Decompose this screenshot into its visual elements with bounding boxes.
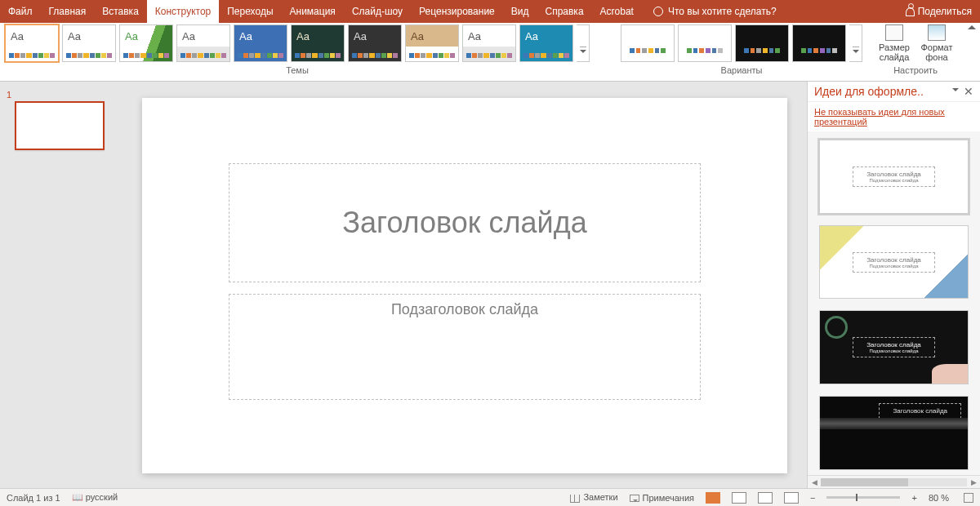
scroll-right-arrow[interactable]: ▶ [967, 478, 980, 486]
format-background-button[interactable]: Формат фона [916, 24, 957, 62]
lightbulb-icon [653, 7, 663, 16]
theme-thumb-9[interactable]: Aa [519, 24, 573, 62]
status-slide-indicator: Слайд 1 из 1 [7, 493, 60, 503]
design-ideas-panel: Идеи для оформле.. ✕ Не показывать идеи … [807, 82, 980, 488]
slide[interactable]: Заголовок слайда Подзаголовок слайда [142, 98, 787, 473]
slide-thumbnail-1[interactable] [15, 101, 105, 150]
variants-more-button[interactable] [849, 24, 862, 62]
status-language[interactable]: 📖 русский [72, 492, 118, 503]
themes-label: Темы [5, 62, 590, 75]
menu-tab-справка[interactable]: Справка [537, 0, 591, 23]
variant-thumb-1[interactable] [678, 24, 732, 62]
menu-bar: ФайлГлавнаяВставкаКонструкторПереходыАни… [0, 0, 980, 23]
variant-thumb-3[interactable] [792, 24, 846, 62]
menu-tab-вставка[interactable]: Вставка [94, 0, 147, 23]
slide-number-label: 1 [7, 90, 116, 100]
theme-thumb-3[interactable]: Aa [176, 24, 230, 62]
zoom-out-button[interactable]: − [810, 493, 815, 503]
themes-more-button[interactable] [577, 24, 590, 62]
menu-tab-слайд-шоу[interactable]: Слайд-шоу [344, 0, 411, 23]
menu-tab-вид[interactable]: Вид [503, 0, 537, 23]
status-bar: Слайд 1 из 1 📖 русский Заметки Примечани… [0, 488, 980, 506]
slide-size-icon [885, 24, 903, 41]
theme-thumb-5[interactable]: Aa [291, 24, 345, 62]
theme-thumb-4[interactable]: Aa [234, 24, 287, 62]
variant-thumb-2[interactable] [735, 24, 789, 62]
slide-size-button[interactable]: Размер слайда [874, 24, 915, 62]
menu-tab-файл[interactable]: Файл [0, 0, 41, 23]
slide-canvas-area: Заголовок слайда Подзаголовок слайда [122, 82, 807, 488]
themes-group: AaAaAaAaAaAaAaAaAaAa Темы [0, 23, 590, 75]
fit-to-window-button[interactable] [964, 493, 973, 503]
zoom-in-button[interactable]: + [911, 493, 916, 503]
scroll-left-arrow[interactable]: ◀ [808, 478, 821, 486]
scroll-track[interactable] [821, 478, 967, 486]
chevron-up-icon [968, 21, 976, 29]
editor-body: 1 Заголовок слайда Подзаголовок слайда И… [0, 82, 980, 488]
collapse-ribbon-button[interactable] [964, 23, 980, 36]
theme-thumb-6[interactable]: Aa [348, 24, 402, 62]
subtitle-placeholder[interactable]: Подзаголовок слайда [229, 294, 701, 400]
ribbon: AaAaAaAaAaAaAaAaAaAa Темы Варианты Разме… [0, 23, 980, 82]
menu-tab-анимация[interactable]: Анимация [282, 0, 344, 23]
slide-thumbnails-panel[interactable]: 1 [0, 82, 122, 488]
variant-thumb-0[interactable] [621, 24, 675, 62]
design-idea-3[interactable]: Заголовок слайда [819, 396, 969, 470]
chevron-down-icon [853, 50, 859, 56]
menu-tab-переходы[interactable]: Переходы [219, 0, 281, 23]
variants-group: Варианты [616, 23, 867, 75]
notes-icon [570, 495, 580, 503]
tell-me-input[interactable]: Что вы хотите сделать? [645, 0, 785, 23]
design-ideas-title: Идеи для оформле.. [814, 85, 947, 98]
design-ideas-header: Идеи для оформле.. ✕ [808, 82, 980, 102]
variants-label: Варианты [621, 62, 862, 75]
zoom-level[interactable]: 80 % [929, 493, 949, 503]
menu-tab-acrobat[interactable]: Acrobat [592, 0, 642, 23]
menu-tab-главная[interactable]: Главная [41, 0, 95, 23]
design-ideas-list[interactable]: Заголовок слайдаПодзаголовок слайдаЗагол… [808, 131, 980, 475]
design-idea-1[interactable]: Заголовок слайдаПодзаголовок слайда [819, 225, 969, 300]
slideshow-view-button[interactable] [784, 492, 799, 504]
theme-thumb-8[interactable]: Aa [462, 24, 516, 62]
design-idea-0[interactable]: Заголовок слайдаПодзаголовок слайда [819, 140, 969, 214]
customize-group: Размер слайда Формат фона Настроить [867, 23, 964, 75]
notes-button[interactable]: Заметки [570, 492, 617, 502]
design-ideas-disable-link[interactable]: Не показывать идеи для новых презентаций [808, 102, 980, 131]
reading-view-button[interactable] [758, 492, 773, 504]
comment-icon [630, 495, 639, 502]
scroll-thumb[interactable] [821, 478, 908, 486]
theme-thumb-0[interactable]: Aa [5, 24, 59, 62]
menu-tab-рецензирование[interactable]: Рецензирование [411, 0, 503, 23]
normal-view-button[interactable] [706, 492, 720, 504]
theme-thumb-1[interactable]: Aa [62, 24, 116, 62]
design-idea-2[interactable]: Заголовок слайдаПодзаголовок слайда [819, 310, 969, 384]
zoom-slider[interactable] [826, 496, 900, 499]
menu-tab-конструктор[interactable]: Конструктор [147, 0, 219, 23]
share-button[interactable]: Поделиться [898, 0, 980, 23]
theme-thumb-2[interactable]: Aa [119, 24, 173, 62]
format-background-icon [928, 24, 946, 41]
theme-thumb-7[interactable]: Aa [405, 24, 459, 62]
title-placeholder[interactable]: Заголовок слайда [229, 163, 701, 282]
design-ideas-hscrollbar[interactable]: ◀ ▶ [808, 475, 980, 488]
user-icon [906, 7, 915, 16]
customize-label: Настроить [893, 62, 938, 75]
close-panel-button[interactable]: ✕ [964, 85, 973, 98]
comments-button[interactable]: Примечания [630, 493, 695, 503]
chevron-down-icon [580, 50, 586, 56]
panel-menu-dropdown[interactable] [952, 88, 959, 95]
sorter-view-button[interactable] [732, 492, 746, 504]
